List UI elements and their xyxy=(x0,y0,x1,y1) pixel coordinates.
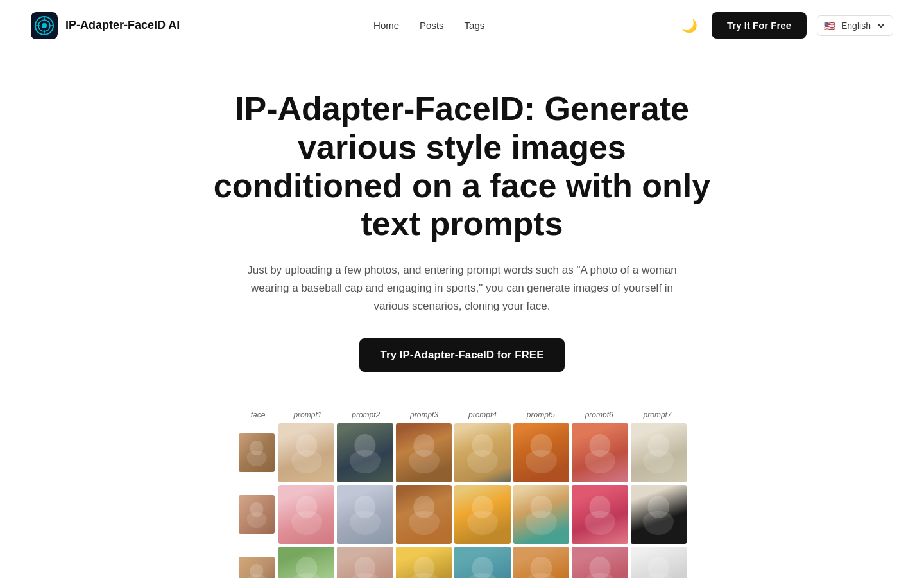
row2-face-img-content xyxy=(239,495,275,534)
row3-face-img xyxy=(239,557,275,578)
row2-p1 xyxy=(278,485,334,544)
row1-p2 xyxy=(337,423,393,482)
row1-p6 xyxy=(572,423,628,482)
row2-p4 xyxy=(454,485,510,544)
row1-p4 xyxy=(454,423,510,482)
nav-home[interactable]: Home xyxy=(373,20,399,31)
col-label-p2: prompt2 xyxy=(338,410,394,419)
row1-face-cell xyxy=(237,423,276,482)
svg-point-3 xyxy=(42,23,47,28)
row1-p1 xyxy=(278,423,334,482)
hero-section: IP-Adapter-FaceID: Generate various styl… xyxy=(173,51,751,398)
language-selector[interactable]: 🇺🇸 English 中文 日本語 Français xyxy=(817,15,893,36)
flag-icon: 🇺🇸 xyxy=(824,21,835,31)
row3-p5 xyxy=(513,547,569,578)
navbar: IP-Adapter-FaceID AI Home Posts Tags 🌙 T… xyxy=(0,0,924,51)
language-dropdown[interactable]: English 中文 日本語 Français xyxy=(839,20,886,31)
demo-row-1 xyxy=(237,423,687,482)
nav-links: Home Posts Tags xyxy=(373,20,484,31)
col-label-p3: prompt3 xyxy=(397,410,452,419)
row2-p6 xyxy=(572,485,628,544)
row2-p2 xyxy=(337,485,393,544)
col-label-face: face xyxy=(239,410,277,419)
row3-p7 xyxy=(631,547,687,578)
nav-posts[interactable]: Posts xyxy=(420,20,444,31)
navbar-actions: 🌙 Try It For Free 🇺🇸 English 中文 日本語 Fran… xyxy=(678,12,893,39)
row1-face-img xyxy=(239,434,275,472)
row3-face-cell xyxy=(237,547,276,578)
col-label-p5: prompt5 xyxy=(513,410,569,419)
demo-row-2 xyxy=(237,485,687,544)
row2-p7 xyxy=(631,485,687,544)
demo-container: face prompt1 prompt2 prompt3 prompt4 pro… xyxy=(237,410,687,578)
demo-col-labels: face prompt1 prompt2 prompt3 prompt4 pro… xyxy=(237,410,687,419)
hero-title: IP-Adapter-FaceID: Generate various styl… xyxy=(204,90,720,243)
brand-logo xyxy=(31,12,58,39)
col-label-p7: prompt7 xyxy=(629,410,685,419)
col-label-p6: prompt6 xyxy=(571,410,627,419)
demo-row-3 xyxy=(237,547,687,578)
theme-toggle-button[interactable]: 🌙 xyxy=(678,14,701,37)
row2-p3 xyxy=(396,485,452,544)
col-label-p1: prompt1 xyxy=(280,410,336,419)
row3-face-img-content xyxy=(239,557,275,578)
brand-link[interactable]: IP-Adapter-FaceID AI xyxy=(31,12,180,39)
try-free-button[interactable]: Try It For Free xyxy=(712,12,807,39)
col-label-p4: prompt4 xyxy=(455,410,511,419)
row1-p7 xyxy=(631,423,687,482)
row3-p6 xyxy=(572,547,628,578)
row2-p5 xyxy=(513,485,569,544)
row3-p3 xyxy=(396,547,452,578)
row2-face-img xyxy=(239,495,275,534)
brand-name: IP-Adapter-FaceID AI xyxy=(65,19,180,32)
row1-face-img-content xyxy=(239,434,275,472)
nav-tags[interactable]: Tags xyxy=(465,20,485,31)
row3-p4 xyxy=(454,547,510,578)
row2-face-cell xyxy=(237,485,276,544)
hero-cta-button[interactable]: Try IP-Adapter-FaceID for FREE xyxy=(359,338,564,372)
row1-p5 xyxy=(513,423,569,482)
hero-subtitle: Just by uploading a few photos, and ente… xyxy=(237,261,687,315)
row3-p1 xyxy=(278,547,334,578)
row3-p2 xyxy=(337,547,393,578)
demo-section: face prompt1 prompt2 prompt3 prompt4 pro… xyxy=(0,398,924,578)
row1-p3 xyxy=(396,423,452,482)
